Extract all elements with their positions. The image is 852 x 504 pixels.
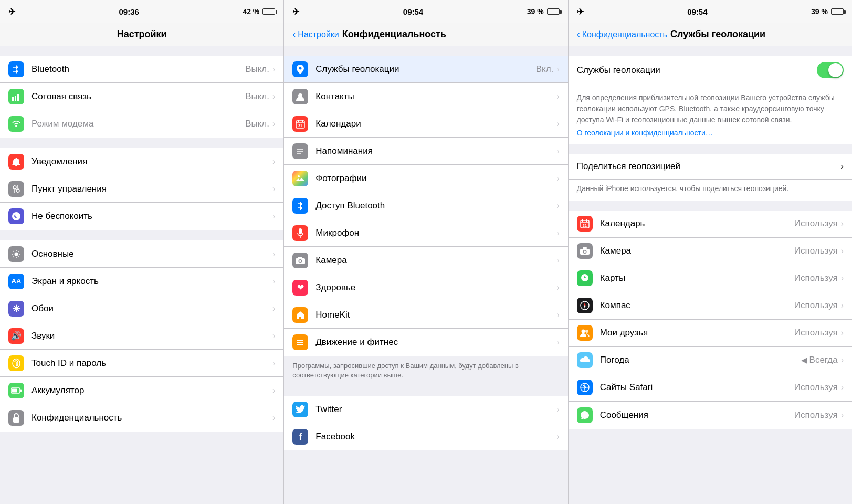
compass-app-status: Используя <box>794 300 838 311</box>
general-item[interactable]: Основные › <box>0 240 283 268</box>
back-button-3[interactable]: ‹ Конфиденциальность <box>577 29 667 40</box>
health-chevron: › <box>556 283 559 292</box>
nav-header-3: ‹ Конфиденциальность Службы геолокации <box>569 23 852 46</box>
svg-point-5 <box>15 125 17 127</box>
location-info-link[interactable]: О геолокации и конфиденциальности… <box>577 129 844 137</box>
svg-point-51 <box>585 330 588 333</box>
camera-app-status: Используя <box>794 246 838 256</box>
compass-app-icon <box>577 298 593 313</box>
cellular-chevron: › <box>272 92 275 101</box>
friends-app-label: Мои друзья <box>600 328 794 338</box>
back-button-2[interactable]: ‹ Настройки <box>292 29 339 40</box>
cellular-item[interactable]: Сотовая связь Выкл. › <box>0 83 283 110</box>
health-icon: ❤ <box>292 280 308 296</box>
page-title-2: Конфиденциальность <box>342 29 446 40</box>
section-gap-3a <box>569 46 852 56</box>
compass-app-item[interactable]: Компас Используя › <box>569 292 852 320</box>
share-location-row[interactable]: Поделиться геопозицией › <box>569 154 852 180</box>
back-chevron-2: ‹ <box>292 29 296 40</box>
safari-app-icon <box>577 380 593 395</box>
settings-scroll[interactable]: Bluetooth Выкл. › Сотовая связь Выкл. › … <box>0 46 283 504</box>
homekit-label: HomeKit <box>315 310 556 320</box>
display-item[interactable]: AA Экран и яркость › <box>0 268 283 295</box>
notifications-icon <box>8 154 24 170</box>
calendar-privacy-label: Календари <box>315 119 556 129</box>
wallpaper-label: Обои <box>31 303 272 314</box>
location-item[interactable]: Службы геолокации Вкл. › <box>284 56 567 83</box>
weather-app-item[interactable]: Погода ◀ Всегда › <box>569 347 852 374</box>
hotspot-label: Режим модема <box>31 119 245 129</box>
friends-app-icon <box>577 325 593 341</box>
calendar-privacy-chevron: › <box>556 119 559 129</box>
share-location-label: Поделиться геопозицией <box>577 161 841 172</box>
battery-item-icon <box>8 383 24 398</box>
camera-app-item[interactable]: Камера Используя › <box>569 238 852 265</box>
contacts-item[interactable]: Контакты › <box>284 83 567 110</box>
compass-app-label: Компас <box>600 300 794 311</box>
privacy-scroll[interactable]: Службы геолокации Вкл. › Контакты › 31 К… <box>284 46 567 504</box>
hotspot-item[interactable]: Режим модема Выкл. › <box>0 110 283 138</box>
control-item[interactable]: Пункт управления › <box>0 175 283 203</box>
svg-text:31: 31 <box>298 124 302 128</box>
location-toggle[interactable] <box>817 62 844 78</box>
sounds-item[interactable]: 🔊 Звуки › <box>0 322 283 350</box>
touchid-icon <box>8 355 24 371</box>
safari-app-item[interactable]: Сайты Safari Используя › <box>569 374 852 402</box>
page-title-3: Службы геолокации <box>670 29 765 40</box>
calendar-privacy-item[interactable]: 31 Календари › <box>284 110 567 138</box>
status-bar-1: ✈ 09:36 42 % <box>0 0 283 23</box>
back-label-2: Настройки <box>298 30 339 39</box>
calendar-app-status: Используя <box>794 218 838 229</box>
privacy-item[interactable]: Конфиденциальность › <box>0 404 283 432</box>
camera-privacy-item[interactable]: Камера › <box>284 247 567 274</box>
wallpaper-item[interactable]: ❋ Обои › <box>0 295 283 322</box>
calendar-app-item[interactable]: 31 Календарь Используя › <box>569 211 852 238</box>
motion-icon <box>292 334 308 350</box>
microphone-chevron: › <box>556 228 559 238</box>
location-info-box: Для определения приблизительной геопозиц… <box>569 85 852 144</box>
health-item[interactable]: ❤ Здоровье › <box>284 274 567 301</box>
bluetooth-access-item[interactable]: Доступ Bluetooth › <box>284 192 567 219</box>
reminders-chevron: › <box>556 146 559 156</box>
status-time-1: 09:36 <box>119 7 139 16</box>
status-right-1: 42 % <box>243 7 275 16</box>
bluetooth-item[interactable]: Bluetooth Выкл. › <box>0 56 283 83</box>
panel-location: ✈ 09:54 39 % ‹ Конфиденциальность Службы… <box>569 0 852 504</box>
status-battery-pct-2: 39 % <box>527 7 544 16</box>
homekit-item[interactable]: HomeKit › <box>284 301 567 329</box>
twitter-item[interactable]: Twitter › <box>284 396 567 423</box>
compass-app-chevron: › <box>841 301 844 310</box>
bluetooth-access-icon <box>292 198 308 214</box>
battery-icon-1 <box>262 8 275 15</box>
dnd-item[interactable]: Не беспокоить › <box>0 203 283 230</box>
notifications-item[interactable]: Уведомления › <box>0 148 283 175</box>
facebook-item[interactable]: f Facebook › <box>284 423 567 450</box>
notifications-chevron: › <box>272 157 275 166</box>
friends-app-item[interactable]: Мои друзья Используя › <box>569 320 852 347</box>
dnd-chevron: › <box>272 212 275 221</box>
messages-app-item[interactable]: Сообщения Используя › <box>569 402 852 429</box>
motion-item[interactable]: Движение и фитнес › <box>284 329 567 356</box>
connectivity-section: Bluetooth Выкл. › Сотовая связь Выкл. › … <box>0 56 283 138</box>
microphone-item[interactable]: Микрофон › <box>284 219 567 247</box>
location-scroll[interactable]: Службы геолокации Для определения прибли… <box>569 46 852 504</box>
weather-app-status: Всегда <box>809 355 838 365</box>
motion-label: Движение и фитнес <box>315 337 556 348</box>
control-label: Пункт управления <box>31 184 272 194</box>
reminders-item[interactable]: Напоминания › <box>284 138 567 165</box>
privacy-list-section: Службы геолокации Вкл. › Контакты › 31 К… <box>284 56 567 356</box>
status-right-2: 39 % <box>527 7 560 16</box>
nav-header-1: Настройки <box>0 23 283 46</box>
maps-app-item[interactable]: Карты Используя › <box>569 265 852 292</box>
photos-item[interactable]: Фотографии › <box>284 165 567 192</box>
battery-item[interactable]: Аккумулятор › <box>0 377 283 404</box>
notifications-section: Уведомления › Пункт управления › Не бесп… <box>0 148 283 230</box>
health-label: Здоровье <box>315 282 556 293</box>
maps-app-chevron: › <box>841 274 844 283</box>
notifications-label: Уведомления <box>31 156 272 167</box>
privacy-label: Конфиденциальность <box>31 413 272 423</box>
cellular-icon <box>8 89 24 104</box>
location-toggle-row[interactable]: Службы геолокации <box>569 56 852 85</box>
touchid-item[interactable]: Touch ID и пароль › <box>0 350 283 377</box>
privacy-footer: Программы, запросившие доступ к Вашим да… <box>284 357 567 386</box>
